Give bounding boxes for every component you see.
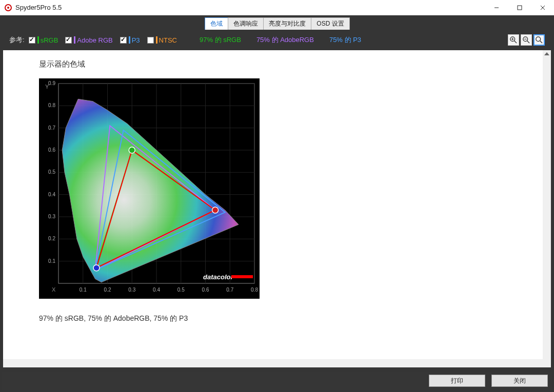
checkbox-label: P3 <box>132 36 140 44</box>
gamut-toolbar: 参考: sRGB Adobe RGB P3 NTSC 97% 的 sRGB 75… <box>2 33 552 47</box>
print-button[interactable]: 打印 <box>429 375 485 387</box>
svg-text:Y: Y <box>45 84 49 90</box>
scrollbar-vertical[interactable] <box>543 50 551 359</box>
button-label: 打印 <box>451 377 463 385</box>
checkbox-label: Adobe RGB <box>77 36 112 44</box>
svg-text:X: X <box>52 286 56 293</box>
checkbox-adobe-rgb[interactable]: Adobe RGB <box>65 36 112 44</box>
tab-gamut[interactable]: 色域 <box>205 17 228 30</box>
minimize-button[interactable] <box>485 0 508 15</box>
maximize-button[interactable] <box>508 0 531 15</box>
svg-text:0.5: 0.5 <box>177 287 185 293</box>
checkbox-icon <box>29 37 35 44</box>
zoom-out-button[interactable] <box>521 34 532 46</box>
svg-text:0.5: 0.5 <box>48 169 55 175</box>
checkbox-ntsc[interactable]: NTSC <box>147 36 177 44</box>
svg-point-59 <box>93 265 100 271</box>
svg-point-13 <box>536 37 541 42</box>
panel-title: 显示器的色域 <box>39 59 515 69</box>
button-label: 关闭 <box>513 377 526 385</box>
svg-text:0.4: 0.4 <box>48 192 55 197</box>
tab-osd[interactable]: OSD 设置 <box>311 17 349 30</box>
svg-text:0.8: 0.8 <box>48 102 55 108</box>
close-button[interactable] <box>531 0 554 15</box>
svg-rect-61 <box>231 275 253 278</box>
checkbox-icon <box>120 37 127 44</box>
svg-text:0.2: 0.2 <box>48 236 55 241</box>
svg-text:datacolor: datacolor <box>203 273 233 281</box>
checkbox-icon <box>65 37 72 44</box>
svg-text:0.1: 0.1 <box>80 287 87 293</box>
zoom-fit-button[interactable] <box>533 34 545 46</box>
app-body: 色域 色调响应 亮度与对比度 OSD 设置 参考: sRGB Adobe RGB… <box>0 15 554 392</box>
svg-text:0.9: 0.9 <box>48 80 55 86</box>
svg-text:0.3: 0.3 <box>48 214 55 219</box>
checkbox-p3[interactable]: P3 <box>120 36 140 44</box>
svg-line-11 <box>527 41 529 43</box>
svg-text:0.2: 0.2 <box>104 287 111 293</box>
checkbox-srgb[interactable]: sRGB <box>29 36 58 44</box>
result-p3: 75% 的 P3 <box>329 35 361 45</box>
svg-text:0.7: 0.7 <box>226 287 233 293</box>
svg-text:0.7: 0.7 <box>48 125 55 131</box>
swatch-ntsc <box>156 36 157 44</box>
checkbox-icon <box>147 37 154 44</box>
swatch-argb <box>74 36 75 44</box>
svg-text:0.8: 0.8 <box>251 287 258 293</box>
svg-text:0.4: 0.4 <box>153 287 160 293</box>
tab-label: 色调响应 <box>233 19 258 28</box>
gamut-summary: 97% 的 sRGB, 75% 的 AdobeRGB, 75% 的 P3 <box>39 314 515 323</box>
gamut-chart: 0.10.20.30.40.50.60.70.80.10.20.30.40.50… <box>39 78 260 299</box>
result-adobe-rgb: 75% 的 AdobeRGB <box>256 35 314 45</box>
tab-label: 色域 <box>210 19 223 28</box>
tab-tone[interactable]: 色调响应 <box>228 17 264 30</box>
svg-point-57 <box>212 207 219 213</box>
checkbox-label: sRGB <box>41 36 58 44</box>
content-panel: 显示器的色域 0.10.20.30.40.50.60.70.80.10.20.3… <box>3 50 551 367</box>
tab-bar: 色域 色调响应 亮度与对比度 OSD 设置 <box>2 17 552 30</box>
titlebar: Spyder5Pro 5.5 <box>0 0 554 15</box>
window-title: Spyder5Pro 5.5 <box>15 4 485 11</box>
swatch-p3 <box>129 36 130 44</box>
svg-text:0.6: 0.6 <box>202 287 209 293</box>
svg-line-7 <box>515 41 517 43</box>
tab-label: OSD 设置 <box>316 19 344 28</box>
svg-point-58 <box>129 147 135 153</box>
reference-label: 参考: <box>9 35 25 45</box>
swatch-srgb <box>37 36 39 44</box>
scrollbar-horizontal[interactable] <box>3 359 551 367</box>
svg-point-1 <box>7 7 9 9</box>
app-logo-icon <box>4 4 12 12</box>
window-controls <box>485 0 554 15</box>
tab-label: 亮度与对比度 <box>269 19 306 28</box>
result-srgb: 97% 的 sRGB <box>200 35 241 45</box>
tab-brightness[interactable]: 亮度与对比度 <box>263 17 311 30</box>
checkbox-label: NTSC <box>159 36 177 44</box>
svg-line-14 <box>540 41 542 43</box>
svg-text:0.6: 0.6 <box>48 147 55 153</box>
svg-text:0.1: 0.1 <box>48 258 55 264</box>
svg-text:0.3: 0.3 <box>128 287 135 293</box>
zoom-in-button[interactable] <box>508 34 519 46</box>
svg-rect-3 <box>518 6 522 10</box>
app-close-button[interactable]: 关闭 <box>491 375 548 387</box>
bottom-bar: 打印 关闭 <box>2 372 552 390</box>
